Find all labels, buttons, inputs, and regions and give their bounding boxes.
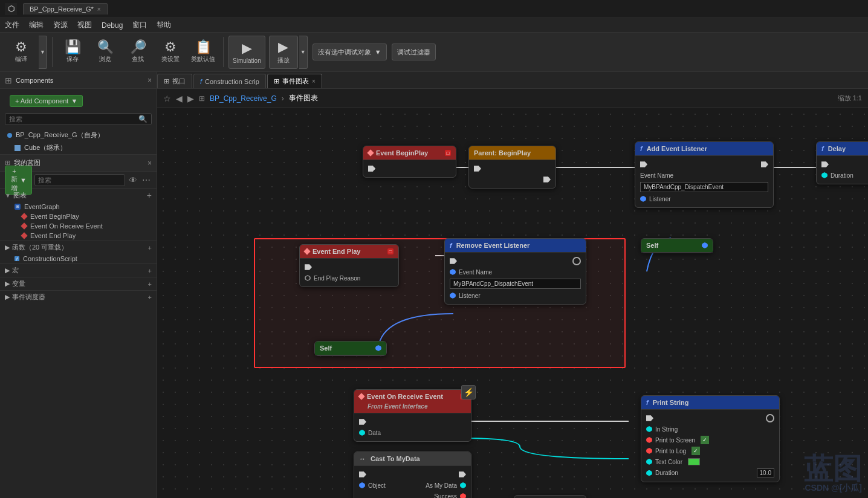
tab-viewport[interactable]: ⊞ 视口 [157, 74, 192, 88]
event-begin-play-node[interactable]: Event BeginPlay □ [363, 146, 456, 178]
construction-script-item[interactable]: f ConstructionScript [0, 254, 157, 264]
graph-canvas[interactable]: Event BeginPlay □ Parent: BeginPlay [157, 108, 868, 498]
tab-construction[interactable]: f Construction Scrip [193, 74, 266, 88]
delay-exec-in[interactable] [817, 159, 868, 170]
my-blueprint-close[interactable]: × [147, 159, 152, 167]
on-receive-data-pin[interactable]: Data [354, 427, 471, 438]
add-listener-listener-pin[interactable]: Listener [635, 193, 773, 204]
functions-category[interactable]: ▶ 函数（20 可重载） + [0, 241, 157, 254]
bp-options-button[interactable]: ⋯ [141, 175, 152, 185]
save-button[interactable]: 💾 保存 [57, 36, 88, 69]
print-to-screen-pin[interactable]: Print to Screen ✓ [641, 435, 779, 445]
compile-button[interactable]: ⚙ 编译 [6, 36, 36, 69]
print-in-string-pin[interactable]: In String [641, 424, 779, 435]
play-dropdown[interactable]: ▼ [299, 36, 308, 69]
class-settings-button[interactable]: ⚙ 类设置 [155, 36, 186, 69]
breadcrumb-back-button[interactable]: ◀ [176, 94, 183, 103]
breadcrumb-forward-button[interactable]: ▶ [187, 94, 194, 103]
parent-exec-in-pin[interactable] [469, 163, 555, 174]
functions-add-icon[interactable]: + [148, 244, 152, 251]
event-graph-tab-close[interactable]: × [312, 78, 316, 85]
add-listener-exec-in[interactable] [635, 159, 773, 170]
print-to-log-pin[interactable]: Print to Log ✓ [641, 445, 779, 456]
print-in-string-dot [646, 426, 652, 432]
print-duration-pin[interactable]: Duration 10.0 [641, 467, 779, 479]
print-text-color-pin[interactable]: Text Color [641, 456, 779, 467]
print-string-node[interactable]: f Print String In String Pri [641, 395, 780, 482]
event-graph-item[interactable]: ⊞ EventGraph [0, 202, 157, 212]
begin-play-close-btn[interactable]: □ [445, 150, 451, 156]
end-play-exec-out[interactable] [300, 262, 398, 273]
debug-filter-button[interactable]: 调试过滤器 [392, 44, 436, 60]
play-button[interactable]: ▶ 播放 [269, 36, 298, 69]
favorite-icon[interactable]: ☆ [163, 94, 171, 103]
macros-add-icon[interactable]: + [148, 267, 152, 274]
end-play-reason-pin[interactable]: End Play Reason [300, 273, 398, 283]
bp-search-input[interactable] [38, 176, 121, 184]
self-node-1[interactable]: Self [641, 238, 713, 253]
remove-listener-pin[interactable]: Listener [445, 290, 586, 301]
dispatchers-add-icon[interactable]: + [148, 294, 152, 301]
menu-view[interactable]: 视图 [77, 20, 92, 30]
find-button[interactable]: 🔎 查找 [123, 36, 153, 69]
print-to-log-label: Print to Log [655, 448, 686, 454]
begin-play-exec-out-pin[interactable] [363, 163, 456, 174]
add-listener-event-name-pin[interactable]: Event Name [635, 170, 773, 181]
add-component-button[interactable]: + Add Component ▼ [10, 95, 83, 107]
on-receive-exec-out[interactable] [354, 416, 471, 427]
print-to-screen-checkbox[interactable]: ✓ [701, 436, 709, 444]
parent-begin-play-node[interactable]: Parent: BeginPlay [468, 146, 556, 189]
menu-debug[interactable]: Debug [102, 21, 123, 30]
debug-target-dropdown[interactable]: 没有选中调试对象 ▼ [313, 44, 387, 60]
delay-duration-pin[interactable]: Duration [817, 170, 868, 181]
event-end-play-node[interactable]: Event End Play □ End Play Reason [299, 244, 399, 287]
class-defaults-button[interactable]: 📋 类默认值 [188, 36, 218, 69]
sequence-node[interactable] [514, 495, 586, 498]
add-event-listener-node[interactable]: f Add Event Listener Event Name MyBPAndC… [635, 141, 774, 208]
variables-add-icon[interactable]: + [148, 280, 152, 288]
remove-event-name-label-pin[interactable]: Event Name [445, 267, 586, 277]
end-play-close-btn[interactable]: □ [387, 248, 394, 254]
main-tab-close[interactable]: × [97, 6, 101, 13]
menu-assets[interactable]: 资源 [53, 20, 68, 30]
tab-event-graph[interactable]: ⊞ 事件图表 × [267, 74, 322, 88]
bp-self-component[interactable]: BP_Cpp_Receive_G（自身） [0, 129, 157, 141]
breadcrumb-class[interactable]: BP_Cpp_Receive_G [210, 94, 277, 103]
remove-event-listener-node[interactable]: f Remove Event Listener Event Name MyBPA… [444, 238, 586, 305]
print-to-log-checkbox[interactable]: ✓ [691, 447, 700, 455]
parent-exec-out-pin[interactable] [469, 174, 555, 185]
event-dispatchers-category[interactable]: ▶ 事件调度器 + [0, 290, 157, 303]
print-duration-value[interactable]: 10.0 [757, 468, 774, 477]
macros-category[interactable]: ▶ 宏 + [0, 264, 157, 277]
print-exec-pin[interactable] [641, 413, 779, 424]
event-begin-play-item[interactable]: Event BeginPlay [0, 212, 157, 221]
components-close[interactable]: × [147, 76, 152, 85]
cast-to-mydata-node[interactable]: ↔ Cast To MyData Object As My Data [354, 451, 471, 498]
compile-dropdown[interactable]: ▼ [39, 36, 47, 69]
menu-help[interactable]: 帮助 [157, 20, 171, 30]
main-tab[interactable]: BP_Cpp_Receive_G* × [23, 3, 108, 15]
remove-exec-pin[interactable] [445, 256, 586, 267]
graphs-category[interactable]: ▼ 图表 + [0, 189, 157, 202]
cast-exec-in[interactable] [354, 469, 471, 480]
cube-component[interactable]: Cube（继承） [0, 141, 157, 154]
cast-success-pin[interactable]: Success [354, 491, 471, 498]
menu-window[interactable]: 窗口 [132, 20, 147, 30]
self-node-2[interactable]: Self [314, 341, 387, 356]
simulation-button[interactable]: ▶ Simulation [228, 36, 265, 69]
remove-event-name-value[interactable]: MyBPAndCpp_DispatchEvent [450, 279, 581, 289]
variables-category[interactable]: ▶ 变量 + [0, 277, 157, 290]
menu-edit[interactable]: 编辑 [29, 20, 44, 30]
cast-object-pin[interactable]: Object As My Data [354, 480, 471, 491]
browse-button[interactable]: 🔍 浏览 [90, 36, 120, 69]
add-listener-event-name-value[interactable]: MyBPAndCpp_DispatchEvent [640, 182, 768, 192]
event-on-receive-item[interactable]: Event On Receive Event [0, 221, 157, 231]
delay-node[interactable]: f Delay Duration [816, 141, 868, 184]
bp-visibility-button[interactable]: 👁 [128, 175, 138, 185]
end-play-body: End Play Reason [300, 259, 398, 286]
event-on-receive-node[interactable]: Event On Receive Event □ From Event Inte… [354, 389, 471, 442]
menu-file[interactable]: 文件 [5, 20, 19, 30]
graphs-add-icon[interactable]: + [147, 190, 152, 200]
components-search-input[interactable] [9, 115, 138, 123]
event-end-play-item[interactable]: Event End Play [0, 231, 157, 241]
